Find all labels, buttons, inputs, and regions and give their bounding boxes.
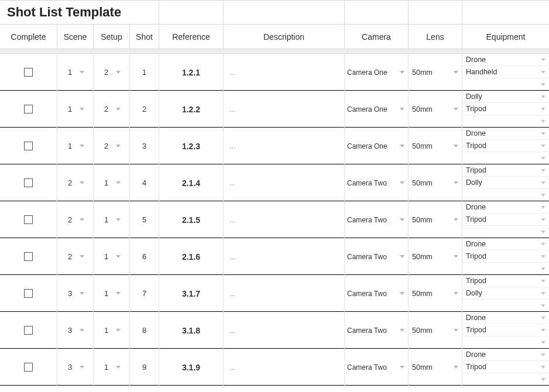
lens-dropdown[interactable]: 50mm	[409, 290, 462, 298]
equipment-dropdown[interactable]: Tripod	[462, 275, 549, 287]
setup-cell: 1	[94, 349, 130, 386]
scene-value: 3	[67, 289, 74, 298]
complete-checkbox[interactable]	[24, 326, 33, 335]
description-cell[interactable]: ...	[224, 312, 345, 349]
equipment-dropdown[interactable]: Drone	[462, 349, 549, 361]
camera-dropdown[interactable]: Camera Two	[345, 179, 408, 187]
equipment-dropdown[interactable]	[462, 373, 549, 386]
equipment-cell: TripodDolly	[462, 164, 549, 201]
equipment-dropdown[interactable]: Drone	[462, 128, 549, 140]
camera-dropdown[interactable]: Camera Two	[345, 326, 408, 335]
lens-dropdown[interactable]: 50mm	[409, 253, 462, 261]
setup-dropdown[interactable]: 1	[94, 201, 129, 238]
reference-value: 2.1.6	[182, 252, 200, 262]
equipment-dropdown[interactable]	[462, 300, 549, 312]
col-lens: Lens	[409, 25, 462, 49]
equipment-dropdown[interactable]: Tripod	[462, 214, 549, 226]
complete-checkbox[interactable]	[24, 105, 33, 114]
equipment-dropdown[interactable]	[462, 78, 549, 91]
camera-dropdown[interactable]: Camera One	[345, 142, 408, 150]
description-cell[interactable]: ...	[224, 349, 345, 386]
equipment-dropdown[interactable]	[462, 189, 549, 201]
lens-dropdown[interactable]: 50mm	[409, 179, 462, 187]
complete-checkbox[interactable]	[24, 68, 33, 77]
chevron-down-icon	[80, 71, 84, 74]
chevron-down-icon	[80, 366, 84, 369]
equipment-dropdown[interactable]: Dolly	[462, 287, 549, 300]
equipment-dropdown[interactable]: Drone	[462, 238, 549, 250]
equipment-dropdown[interactable]: Tripod	[462, 140, 549, 152]
equipment-dropdown[interactable]: Handheld	[462, 66, 549, 78]
lens-dropdown[interactable]: 50mm	[409, 216, 462, 224]
scene-dropdown[interactable]: 3	[57, 349, 93, 386]
scene-dropdown[interactable]: 1	[57, 128, 93, 164]
equipment-dropdown[interactable]	[462, 226, 549, 238]
equipment-dropdown[interactable]: Drone	[462, 54, 549, 66]
camera-dropdown[interactable]: Camera One	[345, 68, 408, 77]
lens-dropdown[interactable]: 50mm	[409, 326, 462, 335]
lens-dropdown[interactable]: 50mm	[409, 142, 462, 150]
camera-dropdown[interactable]: Camera One	[345, 105, 408, 114]
setup-dropdown[interactable]: 2	[94, 128, 129, 164]
setup-dropdown[interactable]: 1	[94, 312, 129, 349]
lens-dropdown[interactable]: 50mm	[409, 68, 462, 77]
equipment-dropdown[interactable]: Dolly	[462, 91, 549, 103]
complete-checkbox[interactable]	[24, 142, 33, 150]
camera-dropdown[interactable]: Camera Two	[345, 253, 408, 261]
complete-checkbox[interactable]	[24, 289, 33, 298]
scene-dropdown[interactable]: 3	[57, 312, 93, 349]
shot-cell: 3	[130, 128, 159, 164]
scene-dropdown[interactable]: 1	[57, 54, 93, 91]
description-cell[interactable]: ...	[224, 238, 345, 275]
setup-dropdown[interactable]: 1	[94, 349, 129, 386]
scene-value: 2	[67, 252, 74, 261]
scene-dropdown[interactable]: 1	[57, 91, 93, 128]
complete-checkbox[interactable]	[24, 215, 33, 224]
scene-dropdown[interactable]: 2	[57, 201, 93, 238]
camera-dropdown[interactable]: Camera Two	[345, 290, 408, 298]
description-cell[interactable]: ...	[224, 91, 345, 128]
equipment-dropdown[interactable]: Tripod	[462, 324, 549, 336]
chevron-down-icon	[400, 145, 404, 147]
description-cell[interactable]: ...	[224, 54, 345, 91]
scene-dropdown[interactable]: 2	[57, 238, 93, 275]
reference-cell: 3.1.7	[159, 275, 224, 312]
equipment-value: Tripod	[466, 142, 486, 150]
complete-checkbox[interactable]	[24, 252, 33, 261]
lens-dropdown[interactable]: 50mm	[409, 363, 462, 372]
setup-dropdown[interactable]: 1	[94, 275, 129, 312]
equipment-dropdown[interactable]	[462, 336, 549, 349]
equipment-dropdown[interactable]: Tripod	[462, 361, 549, 373]
equipment-dropdown[interactable]	[462, 152, 549, 164]
equipment-dropdown[interactable]	[462, 263, 549, 275]
equipment-dropdown[interactable]: Tripod	[462, 250, 549, 263]
scene-dropdown[interactable]: 3	[57, 275, 93, 312]
description-cell[interactable]: ...	[224, 275, 345, 312]
equipment-value: Dolly	[466, 289, 482, 297]
complete-checkbox[interactable]	[24, 178, 33, 187]
equipment-dropdown[interactable]: Drone	[462, 201, 549, 214]
camera-dropdown[interactable]: Camera Two	[345, 363, 408, 372]
setup-cell: 2	[94, 91, 130, 128]
equipment-dropdown[interactable]: Tripod	[462, 164, 549, 177]
equipment-dropdown[interactable]: Tripod	[462, 103, 549, 115]
chevron-down-icon	[541, 353, 545, 356]
description-cell[interactable]: ...	[224, 164, 345, 201]
equipment-dropdown[interactable]	[462, 115, 549, 128]
complete-checkbox[interactable]	[24, 363, 33, 372]
description-cell[interactable]: ...	[224, 128, 345, 164]
camera-dropdown[interactable]: Camera Two	[345, 216, 408, 224]
equipment-dropdown[interactable]: Dolly	[462, 177, 549, 189]
setup-dropdown[interactable]: 2	[94, 91, 129, 128]
description-cell[interactable]: ...	[224, 201, 345, 238]
setup-dropdown[interactable]: 2	[94, 54, 129, 91]
lens-value: 50mm	[412, 363, 433, 372]
lens-dropdown[interactable]: 50mm	[409, 105, 462, 114]
scene-cell: 3	[57, 312, 94, 349]
scene-dropdown[interactable]: 2	[57, 164, 93, 201]
setup-dropdown[interactable]: 1	[94, 164, 129, 201]
camera-cell: Camera Two	[345, 349, 409, 386]
setup-dropdown[interactable]: 1	[94, 238, 129, 275]
setup-cell: 1	[94, 201, 130, 238]
equipment-dropdown[interactable]: Drone	[462, 312, 549, 324]
